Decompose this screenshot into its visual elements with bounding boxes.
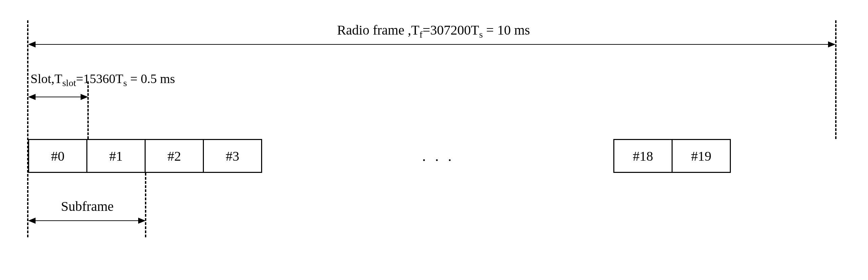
slot-1: #1	[86, 139, 146, 173]
text: =307200T	[423, 22, 479, 38]
guide-line-subframe-end	[145, 173, 146, 237]
slots-row: #0 #1 #2 #3 . . . #18 #19	[28, 139, 731, 173]
guide-line-slot-end	[87, 81, 89, 139]
guide-line-right	[835, 20, 837, 139]
slot-18: #18	[613, 139, 673, 173]
slot-arrow	[29, 97, 87, 97]
slot-2: #2	[145, 139, 204, 173]
radio-frame-caption: Radio frame ,Tf=307200Ts = 10 ms	[337, 22, 530, 40]
text: = 10 ms	[483, 22, 530, 38]
text: Slot,T	[30, 72, 62, 86]
slot-3: #3	[203, 139, 262, 173]
radio-frame-arrow	[29, 44, 835, 45]
text: =15360T	[76, 72, 123, 86]
subscript-f: f	[419, 29, 422, 40]
subframe-arrow	[29, 220, 145, 221]
slot-0: #0	[28, 139, 87, 173]
slot-caption: Slot,Tslot=15360Ts = 0.5 ms	[30, 71, 175, 88]
slot-19: #19	[672, 139, 731, 173]
text: = 0.5 ms	[127, 72, 175, 86]
ellipsis: . . .	[262, 147, 614, 165]
subscript-s: s	[123, 78, 127, 88]
subscript-slot: slot	[62, 78, 76, 88]
text: Radio frame ,T	[337, 22, 419, 38]
subframe-caption: Subframe	[61, 198, 114, 214]
guide-line-left	[27, 20, 28, 237]
subscript-s: s	[479, 29, 483, 40]
